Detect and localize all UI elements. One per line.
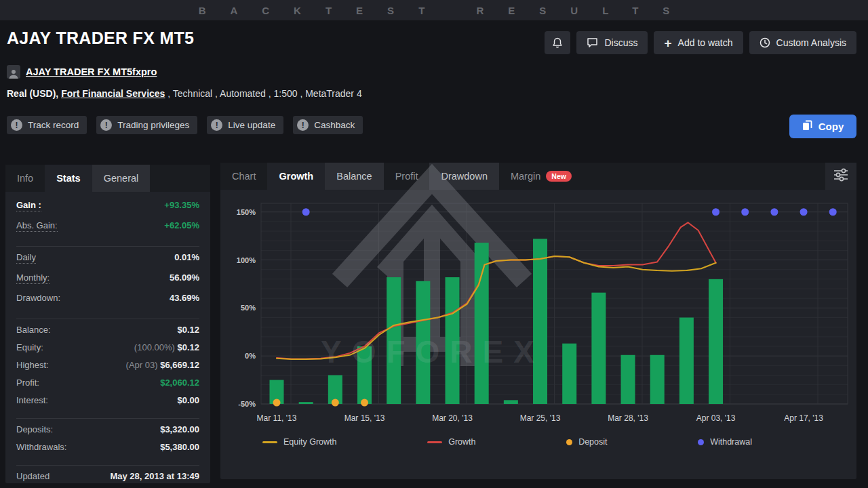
stat-value: May 28, 2013 at 13:49 bbox=[110, 471, 199, 481]
chart-tab-balance[interactable]: Balance bbox=[325, 163, 383, 190]
stat-row-monthly: Monthly:56.09% bbox=[16, 272, 199, 293]
chart-tab-chart[interactable]: Chart bbox=[220, 163, 267, 190]
legend-label: Growth bbox=[448, 437, 475, 447]
dot-withdrawal bbox=[741, 208, 749, 216]
avatar bbox=[7, 65, 20, 79]
add-to-watch-button[interactable]: + Add to watch bbox=[654, 31, 743, 54]
sidebar-tab-general[interactable]: General bbox=[92, 165, 151, 192]
badge-track-record[interactable]: !Track record bbox=[7, 116, 87, 134]
stat-row-drawdown: Drawdown:43.69% bbox=[16, 293, 199, 313]
legend-item-equity-growth[interactable]: Equity Growth bbox=[262, 437, 337, 447]
stat-row-daily: Daily0.01% bbox=[16, 252, 199, 272]
stat-value: 56.09% bbox=[170, 272, 199, 283]
exclamation-icon: ! bbox=[100, 119, 112, 131]
account-type: Real (USD), bbox=[7, 88, 61, 99]
svg-text:Apr 17, '13: Apr 17, '13 bbox=[784, 413, 823, 423]
stat-row-balance: Balance:$0.12 bbox=[16, 325, 199, 342]
user-profile-link[interactable]: AJAY TRADER FX MT5fxpro bbox=[26, 66, 157, 77]
header-actions: Discuss + Add to watch Custom Analysis bbox=[545, 31, 856, 54]
bar-trading-day-index-4 bbox=[387, 277, 401, 404]
bell-icon bbox=[552, 37, 563, 49]
copy-button[interactable]: Copy bbox=[789, 115, 856, 138]
account-meta: Real (USD), Fort Financial Services , Te… bbox=[7, 88, 362, 99]
chart-tab-growth[interactable]: Growth bbox=[267, 163, 325, 190]
tab-label: Stats bbox=[56, 173, 80, 184]
legend-item-growth[interactable]: Growth bbox=[427, 437, 475, 447]
chart-legend: Equity GrowthGrowthDepositWithdrawal bbox=[262, 437, 752, 447]
badge-label: Trading privileges bbox=[117, 120, 189, 130]
dot-withdrawal bbox=[770, 208, 778, 216]
tab-label: Chart bbox=[232, 171, 256, 182]
svg-text:Mar 28, '13: Mar 28, '13 bbox=[608, 413, 648, 423]
sidebar-tab-stats[interactable]: Stats bbox=[45, 165, 92, 192]
growth-chart: Mar 11, '13Mar 15, '13Mar 20, '13Mar 25,… bbox=[220, 192, 856, 430]
bar-trading-day-index-5 bbox=[416, 281, 430, 404]
stat-value: $0.12 bbox=[177, 325, 199, 335]
legend-item-withdrawal[interactable]: Withdrawal bbox=[698, 437, 752, 447]
svg-text:Mar 25, '13: Mar 25, '13 bbox=[520, 413, 561, 423]
stat-value: 0.01% bbox=[174, 252, 199, 262]
chart-tab-margin[interactable]: MarginNew bbox=[499, 163, 583, 190]
svg-text:Mar 15, '13: Mar 15, '13 bbox=[344, 413, 385, 423]
bar-trading-day-index-8 bbox=[504, 400, 518, 404]
line-swatch-equity-growth bbox=[262, 441, 277, 443]
copy-label: Copy bbox=[818, 121, 844, 132]
top-banner: BACKTEST RESULTS bbox=[0, 0, 868, 20]
badge-label: Cashback bbox=[314, 120, 355, 130]
bar-trading-day-index-6 bbox=[446, 277, 460, 404]
bar-trading-day-index-1 bbox=[299, 402, 313, 404]
exclamation-icon: ! bbox=[211, 119, 222, 131]
copy-icon bbox=[802, 120, 812, 133]
notifications-button[interactable] bbox=[545, 31, 570, 54]
stats-sidebar: InfoStatsGeneral Gain :+93.35%Abs. Gain:… bbox=[5, 165, 210, 483]
bar-trading-day-index-9 bbox=[533, 239, 547, 404]
badge-cashback[interactable]: !Cashback bbox=[293, 116, 363, 134]
stat-value: +93.35% bbox=[164, 200, 199, 210]
badge-label: Track record bbox=[28, 120, 79, 130]
stat-row-deposits: Deposits:$3,320.00 bbox=[16, 424, 199, 442]
dot-withdrawal bbox=[302, 208, 310, 216]
exclamation-icon: ! bbox=[297, 119, 309, 131]
dot-deposit bbox=[361, 399, 368, 407]
user-row: AJAY TRADER FX MT5fxpro bbox=[7, 65, 157, 79]
stats-list: Gain :+93.35%Abs. Gain:+62.05%Daily0.01%… bbox=[5, 192, 210, 488]
custom-analysis-button[interactable]: Custom Analysis bbox=[749, 31, 856, 54]
sidebar-tabs: InfoStatsGeneral bbox=[5, 165, 210, 192]
backtest-results-banner: BACKTEST RESULTS bbox=[174, 5, 694, 16]
chart-filter-button[interactable] bbox=[825, 163, 856, 190]
bar-trading-day-index-15 bbox=[709, 279, 723, 404]
discuss-button[interactable]: Discuss bbox=[576, 31, 648, 54]
stat-label: Highest: bbox=[16, 360, 49, 370]
badge-live-update[interactable]: !Live update bbox=[207, 116, 283, 134]
stat-label: Abs. Gain: bbox=[16, 220, 58, 232]
tab-label: General bbox=[104, 173, 139, 184]
badge-label: Live update bbox=[228, 120, 275, 130]
discuss-label: Discuss bbox=[604, 37, 637, 48]
bar-trading-day-index-7 bbox=[475, 243, 489, 404]
sidebar-tab-info[interactable]: Info bbox=[5, 165, 45, 192]
stat-row-highest: Highest:(Apr 03) $6,669.12 bbox=[16, 360, 199, 378]
stat-label: Daily bbox=[16, 252, 36, 264]
exclamation-icon: ! bbox=[11, 119, 22, 131]
legend-label: Deposit bbox=[578, 437, 607, 447]
legend-item-deposit[interactable]: Deposit bbox=[566, 437, 607, 447]
stat-value: $2,060.12 bbox=[160, 378, 199, 388]
chart-tab-profit[interactable]: Profit bbox=[384, 163, 430, 190]
badge-trading-privileges[interactable]: !Trading privileges bbox=[96, 116, 197, 134]
dot-swatch-withdrawal bbox=[698, 439, 704, 445]
chart-tab-drawdown[interactable]: Drawdown bbox=[429, 163, 499, 190]
plus-icon: + bbox=[664, 37, 671, 49]
stat-value: (100.00%) $0.12 bbox=[134, 342, 199, 352]
dot-deposit bbox=[273, 399, 281, 407]
stat-label: Deposits: bbox=[16, 424, 53, 434]
broker-link[interactable]: Fort Financial Services bbox=[61, 88, 165, 99]
stat-label: Balance: bbox=[16, 325, 51, 335]
custom-analysis-label: Custom Analysis bbox=[776, 37, 846, 48]
divider bbox=[16, 319, 199, 319]
divider bbox=[16, 418, 199, 419]
stat-label: Drawdown: bbox=[16, 293, 60, 303]
dot-deposit bbox=[332, 399, 339, 407]
svg-text:Mar 11, '13: Mar 11, '13 bbox=[257, 413, 297, 423]
stat-label: Profit: bbox=[16, 378, 39, 388]
stat-label: Withdrawals: bbox=[16, 442, 66, 452]
